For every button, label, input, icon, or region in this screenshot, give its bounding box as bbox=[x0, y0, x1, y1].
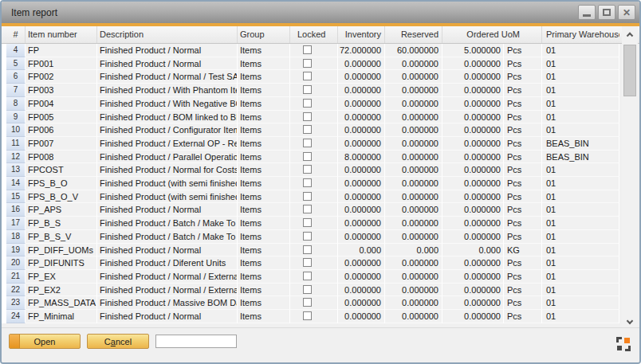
group-cell: Items bbox=[238, 57, 290, 71]
row-number-cell[interactable]: 14 bbox=[6, 177, 26, 190]
uom-cell: Pcs bbox=[504, 84, 542, 97]
scroll-down-button[interactable] bbox=[622, 314, 638, 327]
row-number-cell[interactable]: 21 bbox=[6, 270, 26, 284]
locked-checkbox[interactable] bbox=[303, 72, 312, 80]
locked-checkbox[interactable] bbox=[303, 285, 312, 294]
ordered-cell: 0.000000 bbox=[442, 284, 504, 297]
cancel-button[interactable]: Cancel bbox=[87, 334, 149, 349]
table-row[interactable]: 12 FP008 Finished Product / Parallel Ope… bbox=[6, 151, 619, 164]
find-input[interactable] bbox=[155, 335, 237, 348]
table-row[interactable]: 15 FPS_B_O_V Finished Product (with semi… bbox=[6, 190, 619, 204]
header-inventory[interactable]: Inventory bbox=[338, 26, 385, 43]
close-button[interactable]: ✕ bbox=[618, 5, 635, 20]
inventory-cell: 0.000000 bbox=[338, 203, 385, 217]
row-number-cell[interactable]: 15 bbox=[6, 190, 26, 204]
footer-bar: Open Cancel bbox=[2, 327, 639, 362]
locked-checkbox[interactable] bbox=[303, 298, 312, 307]
table-row[interactable]: 19 FP_DIFF_UOMs Finished Product / Norma… bbox=[6, 244, 619, 257]
row-number-cell[interactable]: 7 bbox=[6, 84, 26, 97]
locked-checkbox[interactable] bbox=[303, 139, 312, 147]
locked-checkbox[interactable] bbox=[303, 45, 312, 54]
reserved-cell: 0.000000 bbox=[385, 70, 442, 84]
header-group[interactable]: Group bbox=[238, 26, 290, 43]
minimize-icon bbox=[583, 14, 591, 17]
open-button[interactable]: Open bbox=[9, 334, 81, 349]
row-number-cell[interactable]: 13 bbox=[6, 163, 26, 177]
row-number-cell[interactable]: 18 bbox=[6, 230, 26, 244]
locked-checkbox[interactable] bbox=[303, 272, 312, 280]
title-bar[interactable]: Item report ✕ bbox=[2, 2, 639, 23]
row-number-cell[interactable]: 24 bbox=[6, 310, 26, 323]
table-row[interactable]: 14 FPS_B_O Finished Product (with semi f… bbox=[6, 177, 619, 190]
row-number-cell[interactable]: 17 bbox=[6, 217, 26, 230]
uom-cell: Pcs bbox=[504, 217, 542, 230]
locked-checkbox[interactable] bbox=[303, 245, 312, 254]
vertical-scrollbar[interactable] bbox=[622, 26, 638, 327]
maximize-icon bbox=[603, 9, 611, 16]
locked-checkbox[interactable] bbox=[303, 152, 312, 161]
header-item-number[interactable]: Item number bbox=[26, 26, 97, 43]
locked-checkbox[interactable] bbox=[303, 165, 312, 174]
row-number-cell[interactable]: 10 bbox=[6, 123, 26, 137]
row-number-cell[interactable]: 6 bbox=[6, 70, 26, 84]
row-number-cell[interactable]: 12 bbox=[6, 151, 26, 164]
header-description[interactable]: Description bbox=[97, 26, 238, 43]
header-primary-warehouse[interactable]: Primary Warehouse bbox=[542, 26, 619, 43]
table-row[interactable]: 5 FP001 Finished Product / Normal Items … bbox=[6, 57, 619, 71]
table-row[interactable]: 16 FP_APS Finished Product / Normal Item… bbox=[6, 203, 619, 217]
maximize-button[interactable] bbox=[598, 5, 615, 20]
table-row[interactable]: 13 FPCOST Finished Product / Normal for … bbox=[6, 163, 619, 177]
locked-checkbox[interactable] bbox=[303, 112, 312, 121]
locked-checkbox[interactable] bbox=[303, 178, 312, 187]
locked-checkbox[interactable] bbox=[303, 125, 312, 134]
table-row[interactable]: 10 FP006 Finished Product / Configurator… bbox=[6, 123, 619, 137]
table-row[interactable]: 22 FP_EX2 Finished Product / Normal / Ex… bbox=[6, 284, 619, 297]
item-number-cell: FP008 bbox=[26, 151, 97, 164]
group-cell: Items bbox=[238, 123, 290, 137]
header-locked[interactable]: Locked bbox=[290, 26, 338, 43]
row-number-cell[interactable]: 11 bbox=[6, 137, 26, 151]
item-number-cell: FPCOST bbox=[26, 163, 97, 177]
row-number-cell[interactable]: 4 bbox=[6, 44, 26, 57]
row-number-cell[interactable]: 8 bbox=[6, 97, 26, 111]
row-number-cell[interactable]: 9 bbox=[6, 111, 26, 124]
table-row[interactable]: 7 FP003 Finished Product / With Phantom … bbox=[6, 84, 619, 97]
locked-checkbox[interactable] bbox=[303, 192, 312, 201]
locked-checkbox[interactable] bbox=[303, 205, 312, 213]
row-number-cell[interactable]: 5 bbox=[6, 57, 26, 71]
header-reserved[interactable]: Reserved bbox=[385, 26, 442, 43]
table-row[interactable]: 6 FP002 Finished Product / Normal / Test… bbox=[6, 70, 619, 84]
locked-checkbox[interactable] bbox=[303, 232, 312, 241]
row-number-cell[interactable]: 16 bbox=[6, 203, 26, 217]
locked-checkbox[interactable] bbox=[303, 218, 312, 227]
scroll-up-button[interactable] bbox=[622, 26, 638, 40]
row-number-cell[interactable]: 20 bbox=[6, 256, 26, 270]
group-cell: Items bbox=[238, 217, 290, 230]
table-row[interactable]: 4 FP Finished Product / Normal Items 72.… bbox=[6, 44, 619, 57]
locked-checkbox[interactable] bbox=[303, 99, 312, 108]
scrollbar-thumb[interactable] bbox=[623, 45, 636, 96]
locked-checkbox[interactable] bbox=[303, 59, 312, 68]
minimize-button[interactable] bbox=[578, 5, 596, 20]
table-row[interactable]: 21 FP_EX Finished Product / Normal / Ext… bbox=[6, 270, 619, 284]
table-row[interactable]: 17 FP_B_S Finished Product / Batch / Mak… bbox=[6, 217, 619, 230]
table-row[interactable]: 11 FP007 Finished Product / External OP … bbox=[6, 137, 619, 151]
locked-checkbox[interactable] bbox=[303, 311, 312, 320]
row-number-cell[interactable]: 23 bbox=[6, 296, 26, 310]
table-row[interactable]: 23 FP_MASS_DATA Finished Product / Massi… bbox=[6, 296, 619, 310]
row-number-cell[interactable]: 22 bbox=[6, 284, 26, 297]
table-row[interactable]: 9 FP005 Finished Product / BOM linked to… bbox=[6, 111, 619, 124]
table-row[interactable]: 24 FP_Minimal Finished Product / Normal … bbox=[6, 310, 619, 323]
header-index[interactable]: # bbox=[6, 26, 26, 43]
item-number-cell: FP001 bbox=[26, 57, 97, 71]
header-ordered-uom[interactable]: Ordered UoM bbox=[442, 26, 542, 43]
table-row[interactable]: 18 FP_B_S_V Finished Product / Batch / M… bbox=[6, 230, 619, 244]
table-row[interactable]: 20 FP_DIFUNITS Finished Product / Difere… bbox=[6, 256, 619, 270]
table-row[interactable]: 8 FP004 Finished Product / With Negative… bbox=[6, 97, 619, 111]
locked-checkbox[interactable] bbox=[303, 258, 312, 267]
row-number-cell[interactable]: 19 bbox=[6, 244, 26, 257]
locked-checkbox[interactable] bbox=[303, 85, 312, 94]
item-number-cell: FPS_B_O_V bbox=[26, 190, 97, 204]
expand-corners-icon[interactable] bbox=[616, 337, 631, 351]
inventory-cell: 0.000000 bbox=[338, 217, 385, 230]
